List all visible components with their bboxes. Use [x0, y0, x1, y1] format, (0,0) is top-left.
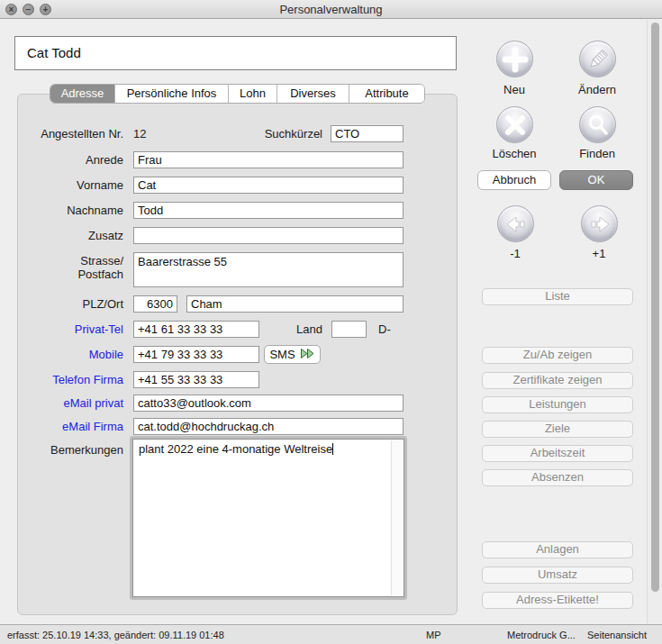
- search-code-label: Suchkürzel: [252, 125, 322, 142]
- private-tel-label: Privat-Tel: [6, 321, 123, 338]
- leistungen-button[interactable]: Leistungen: [482, 396, 633, 413]
- remarks-label: Bemerkungen: [6, 441, 123, 458]
- window-title: Personalverwaltung: [0, 0, 662, 19]
- user-initials-text: MP: [426, 630, 441, 640]
- search-icon: [585, 113, 611, 138]
- window-scrollbar-thumb[interactable]: [651, 23, 659, 592]
- arbeitszeit-button[interactable]: Arbeitszeit: [482, 445, 633, 462]
- window-scrollbar-track[interactable]: [647, 20, 662, 624]
- personalverwaltung-window: × − + Personalverwaltung Cat Todd Adress…: [0, 0, 662, 644]
- record-name-field[interactable]: Cat Todd: [14, 36, 457, 70]
- tab-persoenliche-infos[interactable]: Persönliche Infos: [115, 85, 229, 103]
- tab-attribute[interactable]: Attribute: [349, 85, 424, 103]
- ziele-button[interactable]: Ziele: [482, 421, 633, 438]
- email-company-label: eMail Firma: [6, 418, 123, 435]
- neu-button[interactable]: [496, 41, 533, 77]
- finden-button[interactable]: [579, 106, 616, 143]
- neu-button-label: Neu: [478, 83, 550, 96]
- previous-record-label: -1: [479, 247, 551, 260]
- mobile-input[interactable]: [133, 346, 259, 363]
- plz-ort-label: PLZ/Ort: [6, 295, 123, 313]
- remarks-focus-ring: plant 2022 eine 4-monatige Weltreise: [130, 436, 407, 600]
- tab-diverses[interactable]: Diverses: [277, 85, 349, 103]
- street-label-line2: Postfach: [6, 268, 123, 281]
- salutation-label: Anrede: [6, 151, 123, 168]
- sms-button[interactable]: SMS: [264, 345, 321, 364]
- ort-input[interactable]: [186, 295, 404, 313]
- liste-button[interactable]: Liste: [482, 288, 633, 305]
- loeschen-button[interactable]: [496, 106, 533, 143]
- email-company-input[interactable]: [133, 418, 404, 435]
- previous-record-button[interactable]: [497, 205, 534, 242]
- sms-button-label: SMS: [269, 348, 295, 361]
- arrow-right-icon: [587, 212, 612, 237]
- zu-ab-zeigen-button[interactable]: Zu/Ab zeigen: [482, 347, 633, 364]
- employee-nr-value: 12: [133, 125, 146, 142]
- ok-button[interactable]: OK: [559, 170, 633, 190]
- delete-x-icon: [503, 113, 527, 137]
- remarks-scrollbar[interactable]: [391, 440, 403, 595]
- salutation-input[interactable]: [133, 151, 404, 168]
- company-tel-input[interactable]: [133, 371, 259, 388]
- company-name-text[interactable]: Metrodruck G...: [507, 630, 576, 640]
- next-record-button[interactable]: [581, 205, 618, 242]
- seitenansicht-text[interactable]: Seitenansicht: [587, 630, 647, 640]
- adress-etikette-button[interactable]: Adress-Etikette!: [482, 592, 633, 609]
- search-code-input[interactable]: [331, 125, 404, 142]
- title-bar: × − + Personalverwaltung: [0, 0, 662, 19]
- pencil-icon: [585, 47, 611, 72]
- record-timestamps-text: erfasst: 25.10.19 14:33, geändert: 09.11…: [7, 630, 224, 640]
- mobile-label: Mobile: [6, 346, 123, 363]
- remarks-textarea[interactable]: plant 2022 eine 4-monatige Weltreise: [132, 439, 404, 597]
- plus-icon: [502, 46, 529, 73]
- send-sms-icon: [300, 348, 315, 362]
- private-tel-input[interactable]: [133, 321, 259, 338]
- tab-adresse[interactable]: Adresse: [50, 85, 115, 103]
- first-name-label: Vorname: [6, 177, 123, 194]
- last-name-label: Nachname: [6, 202, 123, 219]
- last-name-input[interactable]: [133, 202, 404, 219]
- email-private-input[interactable]: [133, 395, 404, 412]
- plz-input[interactable]: [133, 295, 177, 313]
- first-name-input[interactable]: [133, 177, 404, 194]
- loeschen-button-label: Löschen: [478, 147, 550, 160]
- aendern-button-label: Ändern: [561, 83, 633, 96]
- email-private-label: eMail privat: [6, 395, 123, 412]
- employee-nr-label: Angestellten Nr.: [6, 125, 123, 142]
- tab-bar: Adresse Persönliche Infos Lohn Diverses …: [50, 84, 425, 104]
- street-label-line1: Strasse/: [6, 254, 123, 268]
- land-input[interactable]: [331, 321, 367, 338]
- absenzen-button[interactable]: Absenzen: [482, 469, 633, 486]
- text-caret: [332, 443, 333, 455]
- addition-label: Zusatz: [6, 227, 123, 244]
- next-record-label: +1: [563, 247, 635, 260]
- arrow-left-icon: [503, 212, 529, 237]
- remarks-text: plant 2022 eine 4-monatige Weltreise: [139, 442, 332, 456]
- finden-button-label: Finden: [561, 147, 633, 160]
- tab-lohn[interactable]: Lohn: [229, 85, 277, 103]
- addition-input[interactable]: [133, 227, 404, 244]
- umsatz-button[interactable]: Umsatz: [482, 567, 633, 584]
- status-bar: erfasst: 25.10.19 14:33, geändert: 09.11…: [0, 624, 662, 644]
- abbruch-button[interactable]: Abbruch: [477, 170, 551, 190]
- land-prefix-text: D-: [378, 321, 391, 338]
- company-tel-label: Telefon Firma: [6, 371, 123, 388]
- street-input[interactable]: Baarerstrasse 55: [133, 252, 404, 287]
- aendern-button[interactable]: [579, 41, 616, 77]
- anlagen-button[interactable]: Anlagen: [482, 541, 633, 558]
- zertifikate-zeigen-button[interactable]: Zertifikate zeigen: [482, 372, 633, 389]
- land-label: Land: [252, 321, 322, 338]
